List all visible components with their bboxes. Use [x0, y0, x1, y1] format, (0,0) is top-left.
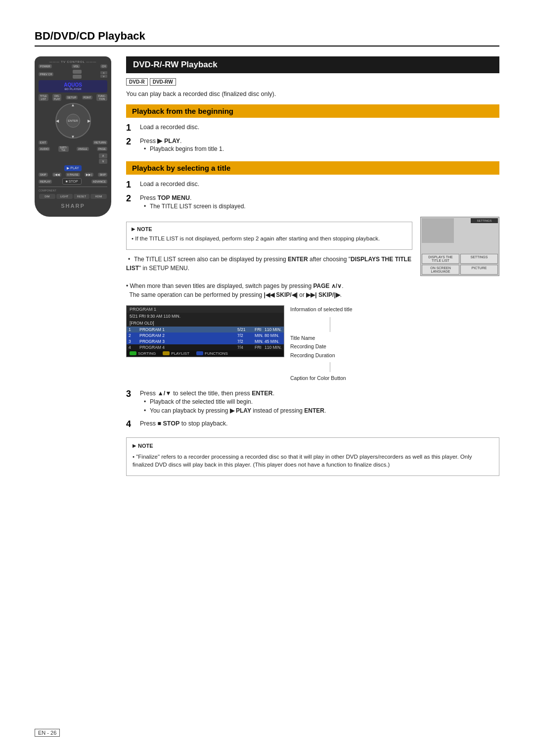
step-2b-bullet: The TITLE LIST screen is displayed.	[150, 203, 246, 210]
tlt-row-4[interactable]: 4 PROGRAM 4 7/4 FRI 110 MIN.	[127, 344, 284, 350]
light-btn[interactable]: LIGHT	[56, 194, 73, 199]
replay-btn[interactable]: REPLAY	[39, 180, 52, 184]
tlt-header-title: PROGRAM 1	[130, 307, 156, 312]
ts-bottom-row: DISPLAYS THE TITLE LIST SETTINGS ON SCRE…	[422, 254, 498, 275]
ts-on-screen-language: ON SCREEN LANGUAGE	[422, 265, 459, 275]
remote-top-row: POWER VOL CH	[39, 64, 107, 68]
page-arrows-row: ∧ ∨	[39, 153, 107, 164]
page-footer: EN - 26	[35, 729, 60, 736]
pause-btn[interactable]: II PAUSE	[66, 173, 80, 177]
play-btn[interactable]: ▶ PLAY	[64, 165, 81, 171]
step-2b-text: Press TOP MENU.	[140, 194, 191, 201]
step-2-bullet: Playback begins from title 1.	[150, 145, 224, 152]
remote-control: ——— TV CONTROL ——— POWER VOL CH PREV CH	[35, 56, 111, 217]
note-item-1: If the TITLE LIST is not displayed, perf…	[132, 235, 407, 242]
page-number: EN - 26	[35, 729, 60, 737]
step-num-1b: 1	[126, 180, 136, 190]
ts-settings: SETTINGS	[471, 218, 498, 223]
ts-displays-title-list: DISPLAYS THE TITLE LIST	[422, 254, 459, 264]
ch-label: CH	[100, 64, 107, 68]
intro-text: You can play back a recorded disc (final…	[126, 91, 499, 97]
tlt-playlist: PLAYLIST	[163, 351, 189, 356]
enter-btn[interactable]: ENTER	[66, 114, 80, 128]
playlist-label: PLAYLIST	[171, 351, 189, 356]
green-btn	[130, 351, 136, 355]
page-title: BD/DVD/CD Playback	[35, 30, 499, 47]
step-1-select: 1 Load a recorded disc.	[126, 180, 499, 190]
step-1b-text: Load a recorded disc.	[140, 180, 199, 189]
disc-badges: DVD-R DVD-RW	[126, 78, 499, 86]
hdmi-btn[interactable]: HDMI	[90, 194, 107, 199]
title-list-screen: PROGRAM 1 5/21 FRI 9:30 AM 110 MIN. [FRO…	[126, 305, 284, 357]
tlt-header: PROGRAM 1	[127, 306, 284, 313]
legend-caption-color: Caption for Color Button	[290, 374, 352, 383]
remote-divider	[39, 187, 107, 187]
subsection-2-header: Playback by selecting a title	[126, 161, 499, 175]
setup-btn[interactable]: SETUP	[66, 95, 78, 99]
subtitle-btn[interactable]: SUBTI-TLE	[58, 146, 69, 152]
step-2-select: 2 Press TOP MENU. The TITLE LIST screen …	[126, 193, 499, 212]
step-num-2b: 2	[126, 193, 136, 204]
vol-label: VOL	[72, 64, 80, 68]
note-box-2: NOTE "Finalize" refers to a recorder pro…	[126, 437, 499, 476]
step-3-bullet-1: Playback of the selected title will begi…	[150, 398, 326, 405]
audio-btn[interactable]: AUDIO	[39, 147, 50, 151]
legend-info: Information of selected title	[290, 305, 352, 314]
step-num-4: 4	[126, 419, 136, 430]
note-title-1: NOTE	[132, 226, 407, 232]
return-btn[interactable]: RETURN	[93, 141, 107, 144]
remote-input-row: PREV CH ∧ ∨	[39, 70, 107, 79]
point-btn[interactable]: POINT	[82, 95, 92, 99]
tlt-legend: Information of selected title Title Name…	[290, 305, 352, 383]
tlt-row-2[interactable]: 2 PROGRAM 2 7/2 MIN. 80 MIN.	[127, 332, 284, 338]
title-list-btn[interactable]: TITLELIST	[39, 94, 48, 101]
dpad: ▲ ▼ ◀ ▶ ENTER	[55, 103, 91, 139]
dim-btn[interactable]: DIM	[39, 194, 55, 199]
reset-btn[interactable]: RESET	[74, 194, 90, 199]
angle-btn[interactable]: ANGLE	[77, 147, 89, 151]
tlt-row-1[interactable]: 1 PROGRAM 1 5/21 FRI 110 MIN.	[127, 327, 284, 332]
legend-recording-date: Recording Date	[290, 342, 352, 351]
blue-btn	[196, 351, 203, 355]
title-screen-image: SETTINGS DISPLAYS THE TITLE LIST SETTING…	[420, 217, 499, 276]
tlt-info-row: 5/21 FRI 9:30 AM 110 MIN.	[127, 313, 284, 320]
stop-btn[interactable]: ■ STOP	[62, 178, 82, 185]
skip-fwd-btn[interactable]: ▶▶|	[85, 173, 93, 177]
subsection-1-header: Playback from the beginning	[126, 104, 499, 118]
note-box-1: NOTE If the TITLE LIST is not displayed,…	[126, 222, 412, 250]
instructions-column: DVD-R/-RW Playback DVD-R DVD-RW You can …	[126, 56, 499, 476]
advance-btn[interactable]: ADVANCE	[91, 180, 107, 184]
skip-back-btn[interactable]: |◀◀	[52, 173, 61, 177]
tlt-footer: SORTING PLAYLIST FUNCTIONS	[127, 350, 284, 357]
page-container: BD/DVD/CD Playback ——— TV CONTROL ——— PO…	[0, 0, 534, 516]
setup-menu-note: The TITLE LIST screen also can be displa…	[126, 255, 412, 273]
sorting-label: SORTING	[138, 351, 156, 356]
legend-recording-duration: Recording Duration	[290, 351, 352, 360]
ts-picture: PICTURE	[460, 265, 498, 275]
step-3: 3 Press ▲/▼ to select the title, then pr…	[126, 389, 499, 416]
power-btn[interactable]: POWER	[39, 64, 52, 68]
component-row: COMPONENT	[39, 189, 107, 192]
yellow-btn	[163, 351, 170, 355]
exit-btn[interactable]: EXIT	[39, 141, 47, 144]
step-num-2: 2	[126, 137, 136, 147]
tlt-row-3[interactable]: 3 PROGRAM 3 7/2 MIN. 45 MIN.	[127, 338, 284, 344]
function-btn[interactable]: FUNC-TION	[96, 94, 107, 101]
display-btn[interactable]: DIS-PLAY	[52, 94, 61, 101]
tv-control-label: ——— TV CONTROL ———	[39, 60, 107, 63]
step-4-text: Press ■ STOP to stop playback.	[140, 419, 228, 428]
dvd-rw-badge: DVD-RW	[150, 78, 176, 86]
step-3-bullet-2: You can playback by pressing ▶ PLAY inst…	[150, 407, 326, 414]
prev-ch-btn[interactable]: PREV CH	[39, 72, 53, 76]
ts-settings-2: SETTINGS	[460, 254, 498, 264]
remote-column: ——— TV CONTROL ——— POWER VOL CH PREV CH	[35, 56, 116, 476]
tlt-functions: FUNCTIONS	[196, 351, 228, 356]
skip-back-label: SKIP	[39, 173, 48, 177]
legend-title-name: Title Name	[290, 334, 352, 343]
legend-line-1	[330, 317, 352, 332]
sharp-logo: SHARP	[39, 203, 107, 209]
aquos-brand: AQUOS BD PLAYER	[39, 80, 107, 93]
page-btn[interactable]: PAGE	[97, 147, 107, 151]
ts-right-area: SETTINGS	[471, 218, 498, 243]
main-layout: ——— TV CONTROL ——— POWER VOL CH PREV CH	[35, 56, 499, 476]
